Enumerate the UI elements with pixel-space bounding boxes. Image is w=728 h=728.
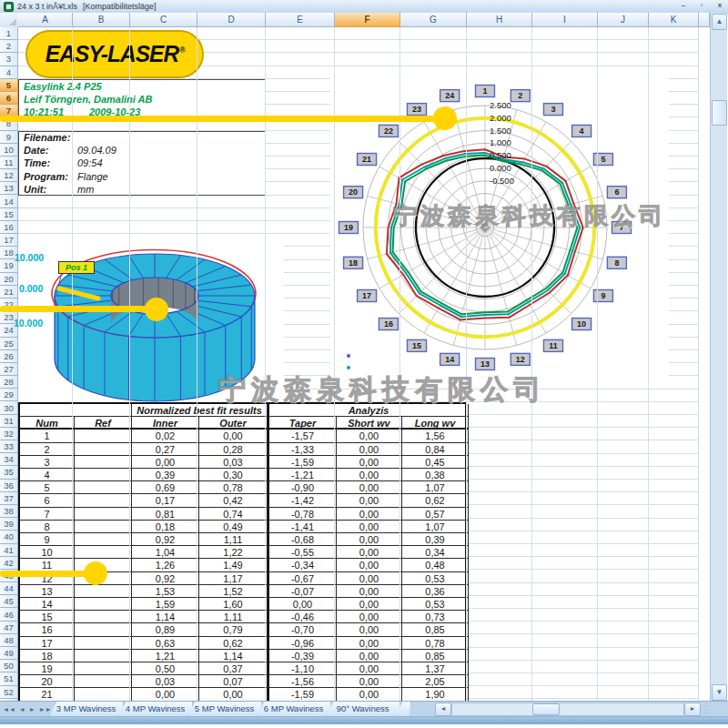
table-row-11-col-5[interactable]: 0,00 [337,559,402,571]
row-header-1[interactable]: 1 [0,27,18,40]
table-row-16-col-5[interactable]: 0,00 [337,623,402,636]
table-row-14-col-5[interactable]: 0,00 [337,598,402,611]
title-bar[interactable]: 24 x 3 t inÅ¥t.xls [Kompatibilitetsläge]… [0,0,728,14]
table-row-1-col-5[interactable]: 0,00 [337,430,402,442]
table-col-header-3[interactable]: Outer [199,417,268,430]
table-row-13-col-5[interactable]: 0,00 [337,585,402,598]
table-row-3-col-1[interactable] [75,456,132,469]
table-row-13-col-2[interactable]: 1,53 [132,585,199,598]
table-row-20-col-0[interactable]: 20 [20,675,75,688]
table-row-4-col-5[interactable]: 0,00 [337,469,402,481]
row-header-32[interactable]: 32 [0,428,18,440]
table-row-20-col-1[interactable] [75,675,132,688]
table-row-19-col-4[interactable]: -1,10 [268,662,337,675]
table-row-20-col-4[interactable]: -1,56 [268,675,337,688]
row-header-42[interactable]: 42 [0,557,18,570]
row-header-21[interactable]: 21 [0,286,18,298]
horizontal-scrollbar[interactable] [451,703,684,716]
table-row-4-col-6[interactable]: 0,38 [402,469,469,481]
row-header-13[interactable]: 13 [0,182,18,195]
table-col-header-6[interactable]: Long wv [402,417,469,430]
table-row-10-col-2[interactable]: 1,04 [132,546,199,559]
table-row-5-col-5[interactable]: 0,00 [337,481,402,494]
table-row-3-col-3[interactable]: 0,03 [199,456,268,469]
table-row-6-col-1[interactable] [75,494,132,507]
column-header-B[interactable]: B [73,13,130,27]
row-header-31[interactable]: 31 [0,415,18,428]
row-header-4[interactable]: 4 [0,66,18,79]
row-header-37[interactable]: 37 [0,492,18,505]
table-row-10-col-0[interactable]: 10 [20,546,75,559]
table-row-9-col-3[interactable]: 1,11 [199,533,268,546]
row-header-49[interactable]: 49 [0,647,18,660]
row-header-10[interactable]: 10 [0,144,18,157]
table-row-7-col-0[interactable]: 7 [20,508,75,521]
table-row-21-col-0[interactable]: 21 [20,688,75,701]
row-header-17[interactable]: 17 [0,234,18,247]
close-icon[interactable]: x [713,1,726,10]
table-row-1-col-6[interactable]: 1,56 [402,430,469,442]
table-row-15-col-3[interactable]: 1,11 [199,611,268,623]
table-row-9-col-0[interactable]: 9 [20,533,75,546]
table-row-10-col-3[interactable]: 1,22 [199,546,268,559]
row-header-45[interactable]: 45 [0,595,18,608]
table-row-17-col-1[interactable] [75,637,132,650]
row-header-12[interactable]: 12 [0,169,18,182]
row-header-30[interactable]: 30 [0,401,18,414]
table-row-7-col-5[interactable]: 0,00 [337,508,402,521]
table-row-19-col-2[interactable]: 0,50 [132,662,199,675]
table-corner-cell[interactable] [20,404,132,417]
row-header-38[interactable]: 38 [0,505,18,518]
row-header-44[interactable]: 44 [0,582,18,595]
column-header-G[interactable]: G [400,13,467,27]
table-row-4-col-2[interactable]: 0,39 [132,469,199,481]
row-header-40[interactable]: 40 [0,531,18,543]
row-header-5[interactable]: 5 [0,79,18,92]
row-header-46[interactable]: 46 [0,608,18,621]
table-row-6-col-4[interactable]: -1,42 [268,494,337,507]
table-row-5-col-6[interactable]: 1,07 [402,481,469,494]
table-row-5-col-1[interactable] [75,481,132,494]
table-row-11-col-3[interactable]: 1,49 [199,559,268,571]
row-header-6[interactable]: 6 [0,92,18,105]
table-row-16-col-6[interactable]: 0,85 [402,623,469,636]
row-header-28[interactable]: 28 [0,376,18,389]
table-row-7-col-1[interactable] [75,508,132,521]
table-row-19-col-0[interactable]: 19 [20,662,75,675]
table-row-20-col-5[interactable]: 0,00 [337,675,402,688]
table-row-7-col-3[interactable]: 0,74 [199,508,268,521]
vertical-scroll-thumb[interactable] [712,100,727,126]
row-header-48[interactable]: 48 [0,634,18,647]
table-row-14-col-2[interactable]: 1,59 [132,598,199,611]
table-row-17-col-6[interactable]: 0,78 [402,637,469,650]
table-row-8-col-4[interactable]: -1,41 [268,521,337,533]
table-row-17-col-5[interactable]: 0,00 [337,637,402,650]
table-col-header-0[interactable]: Num [20,417,75,430]
sheet-tab-5-mp-waviness[interactable]: 5 MP Waviness [187,702,262,717]
select-all-corner[interactable] [0,13,19,28]
table-row-18-col-6[interactable]: 0,85 [402,650,469,662]
row-header-11[interactable]: 11 [0,157,18,169]
table-row-3-col-4[interactable]: -1,59 [268,456,337,469]
table-row-14-col-3[interactable]: 1,60 [199,598,268,611]
column-header-H[interactable]: H [467,13,532,27]
table-row-7-col-2[interactable]: 0,81 [132,508,199,521]
table-row-2-col-4[interactable]: -1,33 [268,443,337,456]
table-row-10-col-5[interactable]: 0,00 [337,546,402,559]
row-header-41[interactable]: 41 [0,544,18,557]
table-row-1-col-3[interactable]: 0,00 [199,430,268,442]
table-row-1-col-4[interactable]: -1,57 [268,430,337,442]
table-row-6-col-3[interactable]: 0,42 [199,494,268,507]
table-row-15-col-6[interactable]: 0,73 [402,611,469,623]
table-row-21-col-6[interactable]: 1,90 [402,688,469,701]
table-row-15-col-1[interactable] [75,611,132,623]
table-row-12-col-4[interactable]: -0,67 [268,572,337,585]
table-row-19-col-3[interactable]: 0,37 [199,662,268,675]
prev-sheet-icon[interactable]: ◄ [19,706,25,713]
table-row-20-col-2[interactable]: 0,03 [132,675,199,688]
sheet-grid[interactable]: EASY-LASER® Easylink 2.4 P25 Leif Törngr… [18,27,710,701]
table-row-9-col-6[interactable]: 0,39 [402,533,469,546]
table-row-17-col-0[interactable]: 17 [20,637,75,650]
table-row-16-col-2[interactable]: 0,89 [132,623,199,636]
table-row-18-col-2[interactable]: 1,21 [132,650,199,662]
